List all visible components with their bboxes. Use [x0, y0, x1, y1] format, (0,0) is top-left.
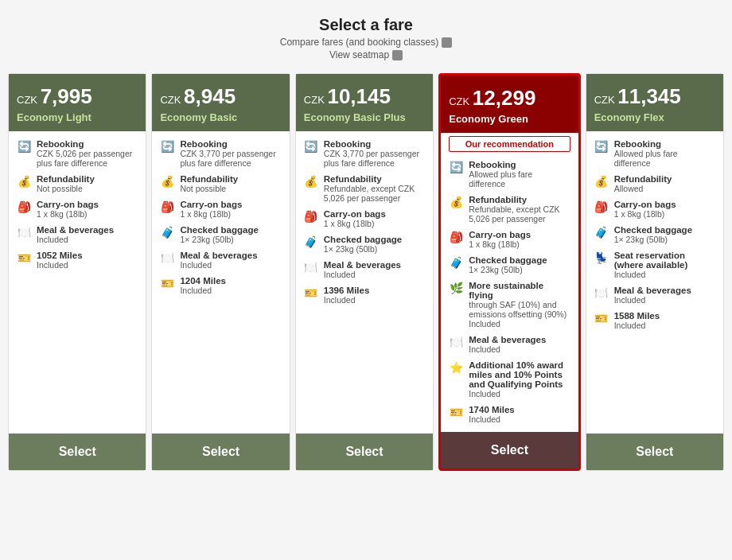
feature-icon-economy-green-5: 🍽️	[449, 336, 463, 348]
feature-text-economy-green-6: Additional 10% award miles and 10% Point…	[469, 360, 570, 399]
feature-item-economy-flex-1: 💰 Refundability Allowed	[594, 174, 715, 193]
feature-text-economy-basic-plus-5: 1396 Miles Included	[324, 286, 370, 305]
fare-header-economy-flex: CZK 11,345 Economy Flex	[586, 74, 723, 131]
fare-price-economy-green: CZK 12,299	[449, 87, 570, 110]
feature-icon-economy-green-7: 🎫	[449, 406, 463, 418]
feature-text-economy-basic-0: Rebooking CZK 3,770 per passenger plus f…	[180, 139, 281, 168]
fare-price-economy-flex: CZK 11,345	[594, 85, 715, 108]
select-button-economy-basic-plus[interactable]: Select	[296, 434, 433, 470]
feature-text-economy-green-5: Meal & beverages Included	[469, 335, 546, 354]
feature-text-economy-basic-plus-1: Refundability Refundable, except CZK 5,0…	[324, 174, 425, 203]
fare-features-economy-light: 🔄 Rebooking CZK 5,026 per passenger plus…	[9, 131, 146, 434]
page-title: Select a fare	[280, 16, 452, 34]
fare-features-economy-flex: 🔄 Rebooking Allowed plus fare difference…	[586, 131, 723, 434]
feature-icon-economy-basic-5: 🎫	[160, 277, 174, 290]
select-button-economy-green[interactable]: Select	[441, 432, 578, 469]
fare-card-economy-basic-plus: CZK 10,145 Economy Basic Plus 🔄 Rebookin…	[295, 73, 434, 471]
feature-item-economy-basic-plus-3: 🧳 Checked baggage 1× 23kg (50lb)	[304, 235, 425, 254]
fare-name-economy-light: Economy Light	[17, 111, 138, 123]
feature-item-economy-basic-0: 🔄 Rebooking CZK 3,770 per passenger plus…	[160, 139, 281, 168]
recommendation-badge: Our recommendation	[449, 136, 570, 152]
feature-text-economy-basic-5: 1204 Miles Included	[180, 276, 226, 295]
feature-item-economy-light-3: 🍽️ Meal & beverages Included	[17, 225, 138, 244]
feature-icon-economy-light-4: 🎫	[17, 251, 31, 264]
feature-icon-economy-flex-6: 🎫	[594, 312, 609, 325]
feature-icon-economy-green-3: 🧳	[449, 256, 463, 269]
feature-item-economy-basic-plus-4: 🍽️ Meal & beverages Included	[304, 260, 425, 279]
fare-features-economy-basic-plus: 🔄 Rebooking CZK 3,770 per passenger plus…	[296, 131, 433, 434]
feature-icon-economy-basic-1: 💰	[160, 175, 174, 188]
select-button-economy-light[interactable]: Select	[9, 434, 146, 470]
fare-currency-economy-basic-plus: CZK	[304, 94, 328, 106]
feature-item-economy-basic-plus-0: 🔄 Rebooking CZK 3,770 per passenger plus…	[304, 139, 425, 168]
feature-icon-economy-flex-0: 🔄	[594, 140, 609, 153]
feature-item-economy-light-0: 🔄 Rebooking CZK 5,026 per passenger plus…	[17, 139, 138, 168]
fare-currency-economy-green: CZK	[449, 95, 473, 107]
feature-icon-economy-light-1: 💰	[17, 175, 31, 188]
feature-item-economy-basic-1: 💰 Refundability Not possible	[160, 174, 281, 193]
feature-item-economy-basic-plus-5: 🎫 1396 Miles Included	[304, 286, 425, 305]
feature-icon-economy-light-2: 🎒	[17, 200, 31, 213]
feature-text-economy-basic-3: Checked baggage 1× 23kg (50lb)	[180, 225, 258, 244]
feature-icon-economy-flex-2: 🎒	[594, 200, 609, 213]
feature-item-economy-light-1: 💰 Refundability Not possible	[17, 174, 138, 193]
feature-text-economy-flex-0: Rebooking Allowed plus fare difference	[614, 139, 715, 168]
feature-text-economy-light-2: Carry-on bags 1 x 8kg (18lb)	[37, 200, 99, 219]
feature-icon-economy-flex-4: 💺	[594, 251, 609, 264]
feature-text-economy-flex-5: Meal & beverages Included	[614, 286, 691, 305]
feature-icon-economy-green-4: 🌿	[449, 282, 463, 294]
feature-text-economy-green-2: Carry-on bags 1 x 8kg (18lb)	[469, 230, 531, 249]
feature-text-economy-basic-plus-4: Meal & beverages Included	[324, 260, 401, 279]
feature-item-economy-green-2: 🎒 Carry-on bags 1 x 8kg (18lb)	[449, 230, 570, 249]
select-button-economy-basic[interactable]: Select	[152, 434, 289, 470]
feature-text-economy-light-3: Meal & beverages Included	[37, 225, 114, 244]
feature-item-economy-flex-4: 💺 Seat reservation (where available) Inc…	[594, 251, 715, 279]
feature-text-economy-flex-6: 1588 Miles Included	[614, 311, 660, 330]
feature-item-economy-green-3: 🧳 Checked baggage 1× 23kg (50lb)	[449, 255, 570, 274]
fare-name-economy-basic-plus: Economy Basic Plus	[304, 111, 425, 123]
feature-icon-economy-green-0: 🔄	[449, 161, 463, 173]
feature-item-economy-basic-plus-1: 💰 Refundability Refundable, except CZK 5…	[304, 174, 425, 203]
feature-icon-economy-basic-3: 🧳	[160, 226, 174, 239]
feature-item-economy-green-0: 🔄 Rebooking Allowed plus fare difference	[449, 160, 570, 189]
compare-icon	[442, 37, 452, 48]
feature-text-economy-basic-1: Refundability Not possible	[180, 174, 238, 193]
select-button-economy-flex[interactable]: Select	[586, 434, 723, 470]
fare-name-economy-green: Economy Green	[449, 113, 570, 125]
feature-icon-economy-light-0: 🔄	[17, 140, 31, 153]
feature-item-economy-light-2: 🎒 Carry-on bags 1 x 8kg (18lb)	[17, 200, 138, 219]
feature-text-economy-basic-2: Carry-on bags 1 x 8kg (18lb)	[180, 200, 242, 219]
seatmap-icon	[392, 50, 403, 60]
fare-currency-economy-light: CZK	[17, 94, 41, 106]
feature-item-economy-basic-2: 🎒 Carry-on bags 1 x 8kg (18lb)	[160, 200, 281, 219]
feature-item-economy-green-4: 🌿 More sustainable flying through SAF (1…	[449, 281, 570, 329]
feature-text-economy-flex-4: Seat reservation (where available) Inclu…	[614, 251, 715, 279]
feature-icon-economy-green-6: ⭐	[449, 361, 463, 374]
feature-text-economy-green-0: Rebooking Allowed plus fare difference	[469, 160, 570, 189]
feature-icon-economy-basic-plus-0: 🔄	[304, 140, 318, 153]
feature-icon-economy-flex-5: 🍽️	[594, 286, 609, 299]
feature-text-economy-flex-3: Checked baggage 1× 23kg (50lb)	[614, 225, 692, 244]
fare-card-economy-light: CZK 7,995 Economy Light 🔄 Rebooking CZK …	[8, 73, 146, 471]
fares-container: CZK 7,995 Economy Light 🔄 Rebooking CZK …	[8, 73, 724, 471]
feature-icon-economy-flex-3: 🧳	[594, 226, 609, 239]
feature-item-economy-flex-5: 🍽️ Meal & beverages Included	[594, 286, 715, 305]
feature-icon-economy-basic-plus-5: 🎫	[304, 286, 318, 299]
feature-text-economy-green-3: Checked baggage 1× 23kg (50lb)	[469, 255, 547, 274]
compare-fares-link[interactable]: Compare fares (and booking classes)	[280, 37, 452, 48]
feature-item-economy-green-1: 💰 Refundability Refundable, except CZK 5…	[449, 195, 570, 224]
fare-price-economy-basic: CZK 8,945	[160, 85, 281, 108]
feature-item-economy-flex-3: 🧳 Checked baggage 1× 23kg (50lb)	[594, 225, 715, 244]
seatmap-link[interactable]: View seatmap	[280, 49, 452, 60]
fare-currency-economy-flex: CZK	[594, 94, 618, 106]
feature-text-economy-light-4: 1052 Miles Included	[37, 251, 83, 270]
feature-item-economy-basic-plus-2: 🎒 Carry-on bags 1 x 8kg (18lb)	[304, 209, 425, 228]
feature-item-economy-light-4: 🎫 1052 Miles Included	[17, 251, 138, 270]
fare-card-economy-green: CZK 12,299 Economy Green Our recommendat…	[438, 73, 580, 471]
feature-icon-economy-flex-1: 💰	[594, 175, 609, 188]
feature-text-economy-flex-1: Refundability Allowed	[614, 174, 672, 193]
feature-icon-economy-green-2: 🎒	[449, 231, 463, 243]
feature-item-economy-basic-3: 🧳 Checked baggage 1× 23kg (50lb)	[160, 225, 281, 244]
feature-icon-economy-basic-2: 🎒	[160, 200, 174, 213]
feature-icon-economy-green-1: 💰	[449, 196, 463, 208]
